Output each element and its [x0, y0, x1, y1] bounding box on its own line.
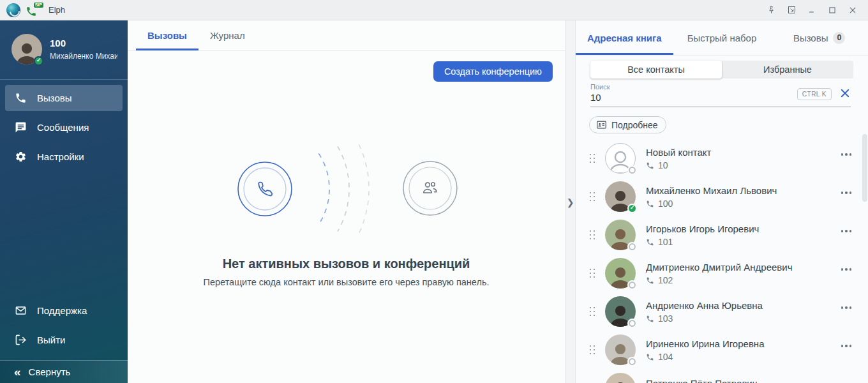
shortcut-badge: CTRL K: [797, 88, 832, 100]
user-block[interactable]: 100 Михайленко Михаи…: [0, 20, 128, 80]
chat-icon: [14, 121, 27, 134]
filter-favorites[interactable]: Избранные: [722, 61, 853, 79]
signal-waves-icon: [319, 145, 369, 233]
sidebar-item-logout[interactable]: Выйти: [5, 327, 123, 353]
tab-calls[interactable]: Вызовы: [136, 20, 198, 50]
contact-card-icon: [596, 119, 607, 130]
contact-number-row: 102: [646, 275, 841, 285]
avatar: [605, 143, 636, 174]
drag-handle-icon[interactable]: [588, 229, 596, 241]
contact-name: Дмитриенко Дмитрий Андреевич: [646, 261, 841, 274]
sip-phone-icon: SIP: [26, 3, 42, 17]
drag-handle-icon[interactable]: [588, 191, 596, 202]
create-conference-button[interactable]: Создать конференцию: [433, 61, 553, 82]
sidebar-item-settings[interactable]: Настройки: [5, 144, 123, 170]
phone-circle-icon: [238, 162, 292, 216]
contact-number: 101: [658, 237, 673, 247]
status-badge: [627, 165, 637, 175]
phone-icon: [14, 92, 27, 105]
contact-row[interactable]: Новый контакт 10: [576, 139, 868, 177]
collapse-label: Свернуть: [29, 366, 71, 377]
avatar: [605, 220, 636, 250]
contact-menu-button[interactable]: [841, 304, 852, 312]
phone-small-icon: [646, 161, 654, 170]
collapse-sidebar-button[interactable]: « Свернуть: [0, 360, 128, 383]
main-area: Вызовы Журнал Создать конференцию: [128, 20, 565, 383]
contact-menu-button[interactable]: [841, 266, 852, 273]
tab-journal[interactable]: Журнал: [198, 20, 257, 50]
sidebar-item-calls[interactable]: Вызовы: [5, 85, 123, 111]
contact-row[interactable]: Ириненко Ирина Игоревна 104: [576, 331, 868, 369]
search-field[interactable]: Поиск 10 CTRL K: [590, 82, 851, 107]
minimize-button[interactable]: [803, 3, 821, 18]
contact-number: 103: [658, 313, 673, 324]
contact-row[interactable]: Игорьков Игорь Игоревич 101: [576, 216, 868, 254]
clear-search-button[interactable]: [839, 87, 851, 99]
contact-menu-button[interactable]: [841, 227, 852, 235]
contact-name: Ириненко Ирина Игоревна: [646, 338, 841, 350]
drag-handle-icon[interactable]: [588, 153, 596, 164]
gear-icon: [14, 151, 27, 163]
phone-small-icon: [646, 238, 654, 246]
contact-menu-button[interactable]: [841, 189, 852, 197]
user-name: Михайленко Михаи…: [50, 51, 117, 62]
tab-calls-panel[interactable]: Вызовы 0: [770, 20, 868, 55]
double-chevron-left-icon: «: [14, 365, 20, 379]
details-button[interactable]: Подробнее: [589, 116, 666, 133]
contact-name: Новый контакт: [646, 146, 841, 159]
right-panel-tabs: Адресная книга Быстрый набор Вызовы 0: [576, 20, 868, 56]
avatar: [605, 373, 636, 383]
contact-name: Игорьков Игорь Игоревич: [646, 223, 841, 236]
user-status-badge: [34, 56, 43, 66]
contact-menu-button[interactable]: [841, 380, 852, 383]
user-avatar: [11, 34, 42, 64]
phone-small-icon: [646, 315, 654, 323]
main-tabs: Вызовы Журнал: [128, 20, 565, 51]
status-badge: [627, 357, 637, 366]
scrollbar-thumb[interactable]: [862, 134, 867, 202]
sidebar-item-support[interactable]: Поддержка: [5, 297, 123, 324]
drag-handle-icon[interactable]: [588, 267, 596, 279]
contact-number: 104: [658, 352, 673, 362]
contact-number-row: 10: [646, 160, 841, 170]
contact-number-row: 104: [646, 352, 841, 362]
contact-row[interactable]: Михайленко Михаил Львович 100: [576, 177, 868, 216]
close-button[interactable]: [844, 3, 862, 18]
sidebar-item-label: Выйти: [37, 334, 65, 345]
pin-icon[interactable]: [762, 3, 780, 18]
sidebar-item-label: Вызовы: [37, 93, 72, 103]
drag-handle-icon[interactable]: [588, 344, 596, 356]
contact-menu-button[interactable]: [841, 151, 852, 158]
avatar: [605, 296, 636, 327]
tab-address-book[interactable]: Адресная книга: [576, 20, 673, 55]
contact-number-row: 100: [646, 199, 841, 209]
titlebar: SIP Elph: [0, 0, 868, 20]
contact-menu-button[interactable]: [841, 342, 852, 350]
sidebar-footer: Поддержка Выйти: [0, 297, 128, 360]
contact-row[interactable]: Петренко Пётр Петрович: [576, 369, 868, 383]
contact-number: 10: [658, 160, 668, 170]
mail-icon: [14, 304, 27, 317]
calls-content: Создать конференцию: [128, 51, 565, 383]
tab-speed-dial[interactable]: Быстрый набор: [673, 20, 771, 55]
sidebar-item-messages[interactable]: Сообщения: [5, 114, 123, 140]
filter-all-contacts[interactable]: Все контакты: [590, 61, 722, 79]
chevron-right-icon: ❯: [567, 197, 574, 207]
contacts-filter: Все контакты Избранные: [590, 61, 853, 79]
people-circle-icon: [403, 161, 457, 215]
avatar: [605, 181, 636, 212]
contact-number: 100: [658, 199, 673, 209]
maximize-button[interactable]: [823, 3, 841, 18]
contact-list: Новый контакт 10 Михайленко Михаил Львов…: [576, 139, 868, 383]
sidebar: 100 Михайленко Михаи… Вызовы Сообщения: [0, 20, 128, 383]
sidebar-item-label: Сообщения: [37, 122, 89, 133]
contact-number-row: 101: [646, 237, 841, 247]
contact-name: Андриенко Анна Юрьевна: [646, 299, 841, 312]
phone-small-icon: [646, 200, 654, 208]
contact-row[interactable]: Андриенко Анна Юрьевна 103: [576, 292, 868, 331]
contact-row[interactable]: Дмитриенко Дмитрий Андреевич 102: [576, 254, 868, 292]
compact-mode-icon[interactable]: [782, 3, 800, 18]
panel-collapse-handle[interactable]: ❯: [565, 20, 576, 383]
drag-handle-icon[interactable]: [588, 306, 596, 317]
window-title: Elph: [49, 5, 65, 15]
